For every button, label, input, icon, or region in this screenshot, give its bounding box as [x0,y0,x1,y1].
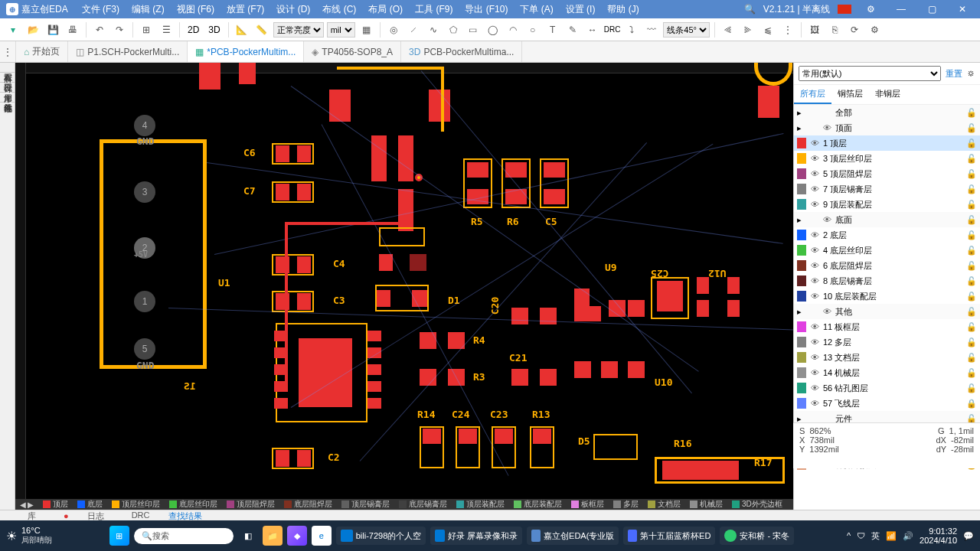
bottom-panel-drc[interactable]: DRC [122,510,159,520]
tab-component[interactable]: ◈TP4056-SOP8_A [304,41,401,62]
layer-row[interactable]: ▸👁底面🔓 [794,212,980,227]
angle-select[interactable]: 线条45° [663,22,710,37]
filter-icon[interactable]: ⛭ [967,69,975,78]
ruler-icon[interactable]: 📏 [253,21,270,38]
layer-row[interactable]: ▸👁其他🔓 [794,304,980,319]
trace-icon[interactable]: 〰 [643,21,660,38]
app-icon[interactable]: ◆ [287,526,307,546]
tab-menu-icon[interactable]: ⋮ [0,41,16,62]
layer-row[interactable]: 👁2 底层🔓 [794,227,980,243]
measure-icon[interactable]: 📐 [234,21,250,38]
explorer-icon[interactable]: 📁 [263,526,283,546]
ellipse-icon[interactable]: ◯ [485,21,501,38]
layer-row[interactable]: ▸全部🔓 [794,105,980,120]
via-icon[interactable]: ⟋ [405,21,422,38]
layer-toolbar-item[interactable]: 3D外壳边框 [727,499,787,510]
layer-toolbar-item[interactable]: 底层 [73,499,107,510]
lefttab-standard[interactable]: 器件标准化 [0,93,16,103]
save-icon[interactable]: 💾 [44,21,61,38]
menu-design[interactable]: 设计 (D) [272,2,315,18]
print-icon[interactable]: 🖶 [64,21,81,38]
search-icon[interactable]: 🔍 [744,4,756,15]
menu-route[interactable]: 布线 (C) [318,2,361,18]
view-2d-button[interactable]: 2D [185,24,202,35]
edge-icon[interactable]: e [312,526,332,546]
tray-defender-icon[interactable]: 🛡 [857,531,865,540]
taskbar-app-music[interactable]: 安和桥 - 宋冬 [720,527,794,545]
lang-flag[interactable] [838,5,851,14]
undo-icon[interactable]: ↶ [91,21,108,38]
taskbar-search[interactable]: 🔍 搜索 [134,528,234,544]
layer-preset-select[interactable]: 常用(默认) [799,66,941,81]
dim-icon[interactable]: ↔ [584,21,601,38]
tab-home[interactable]: ⌂开始页 [16,41,68,62]
circle-icon[interactable]: ○ [524,21,541,38]
lefttab-projects[interactable]: 所有工程 [0,63,16,73]
tab-sch[interactable]: ◫P1.SCH-PockerMulti... [68,41,188,62]
layer-row[interactable]: 👁57 飞线层🔒 [794,396,980,411]
minimize-button[interactable]: — [890,4,913,15]
target-icon[interactable]: ◎ [385,21,402,38]
system-tray[interactable]: ^ 🛡 英 📶 🔊 9:01:322024/4/10 💬 [847,527,974,545]
align-c-icon[interactable]: ⫸ [740,21,756,38]
poly-icon[interactable]: ⬠ [445,21,462,38]
layer-row[interactable]: 👁5 顶层阻焊层🔓 [794,166,980,181]
layer-toolbar-item[interactable]: 底层装配层 [509,499,567,510]
layer-toolbar-item[interactable]: 底层丝印层 [165,499,222,510]
layer-toolbar-item[interactable]: 底层阻焊层 [279,499,337,510]
align-l-icon[interactable]: ⫷ [720,21,737,38]
layer-toolbar-item[interactable]: 顶层丝印层 [107,499,165,510]
arc-icon[interactable]: ◠ [505,21,521,38]
layer-row[interactable]: 👁1 顶层🔓 [794,135,980,151]
taskbar-clock[interactable]: 9:01:322024/4/10 [920,527,957,545]
layer-reset-link[interactable]: 重置 [946,68,962,80]
dist-icon[interactable]: ⋮ [779,21,796,38]
layer-toolbar-item[interactable]: 机械层 [685,499,727,510]
tray-volume-icon[interactable]: 🔊 [903,531,913,541]
layer-toolbar-item[interactable]: 文档层 [643,499,685,510]
layer-toolbar-item[interactable]: 顶层装配层 [452,499,509,510]
grid2-icon[interactable]: ▦ [358,21,375,38]
taskbar-app-eda[interactable]: 嘉立创EDA(专业版 [527,527,619,545]
grid-icon[interactable]: ⊞ [138,21,155,38]
layer-row[interactable]: 👁11 板框层🔓 [794,319,980,334]
tab-3d[interactable]: 3DPCB-PockerMultima... [401,41,522,62]
taskbar-app-recorder[interactable]: 好录 屏幕录像和录 [430,527,522,545]
text-icon[interactable]: T [544,21,561,38]
list-icon[interactable]: ☰ [158,21,175,38]
net-icon[interactable]: ⤵ [623,21,640,38]
layer-toolbar-item[interactable]: 板框层 [567,499,609,510]
menu-layout[interactable]: 布局 (O) [364,2,407,18]
layer-toolbar-item[interactable]: 顶层阻焊层 [222,499,279,510]
menu-edit[interactable]: 编辑 (Z) [127,2,169,18]
layer-row[interactable]: 👁12 多层🔓 [794,334,980,350]
layer-row[interactable]: ▸👁顶面🔓 [794,120,980,135]
layer-row[interactable]: 👁10 底层装配层🔓 [794,289,980,304]
menu-order[interactable]: 下单 (A) [515,2,557,18]
menu-view[interactable]: 视图 (F6) [172,2,219,18]
brightness-select[interactable]: 正常亮度 [273,22,324,37]
taskbar-app-bili[interactable]: bili-7298的个人空 [336,527,426,545]
export-icon[interactable]: ⎘ [826,21,843,38]
edit-icon[interactable]: ✎ [564,21,581,38]
redo-icon[interactable]: ↷ [111,21,128,38]
lefttab-design[interactable]: 工程设计 [0,73,16,83]
align-r-icon[interactable]: ⫹ [760,21,776,38]
bottom-panel-log[interactable]: ●日志 [45,510,122,520]
menu-file[interactable]: 文件 (F3) [77,2,124,18]
layer-toolbar-item[interactable]: 底层锡膏层 [394,499,452,510]
layer-row[interactable]: 👁4 底层丝印层🔓 [794,243,980,258]
maximize-button[interactable]: ▢ [920,4,943,15]
layer-row[interactable]: 👁6 底层阻焊层🔓 [794,258,980,273]
new-icon[interactable]: ▾ [5,21,21,38]
menu-settings[interactable]: 设置 (I) [561,2,600,18]
layer-row[interactable]: 👁9 顶层装配层🔓 [794,197,980,212]
tray-wifi-icon[interactable]: 📶 [886,531,897,541]
bottom-panel-lib[interactable]: 库 [18,510,45,520]
layer-row[interactable]: 👁8 底层锡膏层🔓 [794,273,980,289]
close-button[interactable]: ✕ [951,4,974,15]
menu-tools[interactable]: 工具 (F9) [410,2,457,18]
start-button[interactable]: ⊞ [109,526,129,546]
tray-ime[interactable]: 英 [871,530,880,542]
open-icon[interactable]: 📂 [24,21,41,38]
